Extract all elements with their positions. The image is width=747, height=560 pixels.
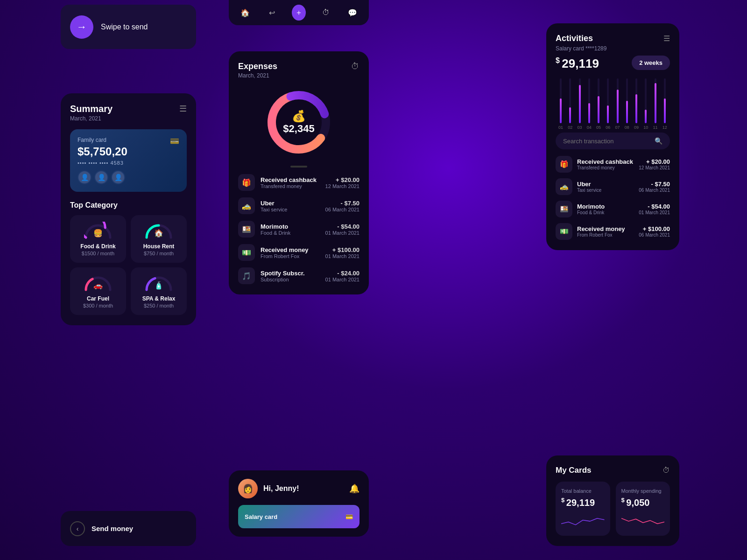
hi-jenny-text: Hi, Jenny! [263, 484, 299, 493]
avatar-2: 👤 [94, 170, 108, 184]
bar-track [569, 78, 571, 123]
bar-column: 09 [633, 78, 640, 130]
summary-menu-icon[interactable]: ☰ [179, 104, 187, 114]
act-tx-amount: - $7.50 [639, 181, 670, 188]
bar-track [607, 78, 609, 123]
cat-name: House Rent [143, 243, 175, 250]
tx-info: Uber Taxi service [261, 200, 320, 212]
tx-sub: Transfered money [261, 183, 320, 189]
activities-card-label: Salary card ****1289 [556, 45, 670, 52]
top-category-title: Top Category [70, 201, 187, 210]
expenses-title: Expenses [238, 62, 277, 71]
tx-icon: 🍱 [238, 221, 255, 238]
bar-label: 02 [568, 125, 572, 130]
bar-column: 08 [624, 78, 630, 130]
category-item: 🍔 Food & Drink $1500 / month [70, 215, 126, 263]
tx-name: Uber [261, 200, 320, 207]
cat-arc-food-&-drink: 🍔 [84, 222, 112, 239]
bar-chart: 01 02 03 04 05 06 07 08 [556, 78, 670, 130]
salary-card-preview[interactable]: Salary card 💳 [238, 505, 359, 528]
act-tx-name: Received cashback [577, 158, 634, 165]
cat-arc-car-fuel: 🚗 [84, 274, 112, 292]
activities-tx-item: 💵 Received money From Robert Fox + $100.… [556, 223, 670, 240]
arrow-right-icon: → [77, 21, 87, 33]
tx-info: Received money From Robert Fox [261, 246, 320, 259]
avatar-1: 👤 [78, 170, 92, 184]
act-tx-amount: - $54.00 [639, 203, 670, 210]
act-tx-sub: From Robert Fox [577, 232, 634, 238]
bar-label: 04 [587, 125, 592, 130]
tx-info: Spotify Subscr. Subscription [261, 270, 320, 282]
bar-label: 03 [578, 125, 582, 130]
tx-icon: 🚕 [238, 197, 255, 214]
act-tx-date: 01 March 2021 [639, 210, 670, 215]
act-tx-sub: Transfered money [577, 165, 634, 170]
monthly-spending-label: Monthly spending [621, 488, 665, 494]
activities-transaction-list: 🎁 Received cashback Transfered money + $… [556, 156, 670, 240]
summary-card: Summary March, 2021 ☰ 💳 Family card $5,7… [61, 93, 196, 325]
tx-name: Received money [261, 246, 320, 253]
total-balance-chart [561, 513, 605, 529]
cat-name: Car Fuel [87, 295, 109, 302]
family-card: 💳 Family card $5,750,20 •••• •••• •••• 4… [70, 129, 187, 192]
my-cards-icon[interactable]: ⏱ [662, 466, 670, 475]
tx-amount: - $54.00 [325, 223, 359, 230]
bar-column: 03 [577, 78, 583, 130]
svg-text:🧴: 🧴 [154, 281, 163, 290]
nav-transfer-icon[interactable]: ↩ [265, 5, 279, 21]
cat-amount: $1500 / month [82, 251, 114, 256]
act-tx-sub: Food & Drink [577, 210, 634, 215]
family-card-label: Family card [78, 137, 179, 143]
transaction-item: 🚕 Uber Taxi service - $7.50 06 March 202… [238, 197, 359, 214]
bar-column: 02 [567, 78, 573, 130]
act-tx-name: Received money [577, 225, 634, 232]
salary-card-label: Salary card [245, 513, 277, 520]
bar-fill [645, 110, 647, 123]
swipe-to-send-card: → Swipe to send [61, 5, 196, 49]
cat-name: Food & Drink [80, 243, 115, 250]
search-transaction-input[interactable] [563, 138, 650, 145]
bar-column: 06 [605, 78, 611, 130]
nav-home-icon[interactable]: 🏠 [238, 5, 252, 21]
bar-label: 12 [662, 125, 667, 130]
activities-menu-icon[interactable]: ☰ [663, 34, 670, 43]
tx-sub: Food & Drink [261, 230, 320, 236]
transaction-item: 🎵 Spotify Subscr. Subscription - $24.00 … [238, 267, 359, 284]
tx-amount: + $100.00 [325, 246, 359, 253]
bar-label: 08 [625, 125, 629, 130]
bell-icon[interactable]: 🔔 [349, 483, 359, 494]
bar-fill [569, 107, 571, 123]
nav-add-icon[interactable]: ＋ [292, 5, 306, 21]
tx-right: - $24.00 01 March 2021 [325, 270, 359, 282]
weeks-button[interactable]: 2 weeks [632, 56, 670, 70]
bar-fill [588, 103, 590, 123]
tx-date: 01 March 2021 [325, 253, 359, 259]
bar-track [617, 78, 619, 123]
summary-subtitle: March, 2021 [70, 115, 113, 122]
monthly-spending-amount: $ 9,050 [621, 497, 665, 508]
mid-nav: 🏠 ↩ ＋ ⏱ 💬 [229, 0, 369, 25]
category-item: 🚗 Car Fuel $300 / month [70, 267, 126, 315]
back-button[interactable]: ‹ [70, 521, 85, 536]
swipe-button[interactable]: → [70, 15, 93, 39]
cat-name: SPA & Relax [142, 295, 176, 302]
cat-arc-spa-&-relax: 🧴 [145, 274, 173, 292]
activities-tx-item: 🚕 Uber Taxi service - $7.50 06 March 202… [556, 178, 670, 195]
bar-column: 05 [595, 78, 602, 130]
nav-timer-icon[interactable]: ⏱ [319, 5, 333, 21]
expenses-settings-icon[interactable]: ⏱ [351, 62, 359, 71]
svg-text:🏠: 🏠 [154, 229, 163, 238]
tx-name: Morimoto [261, 223, 320, 230]
hi-jenny-card: 👩 Hi, Jenny! 🔔 Salary card 💳 [229, 470, 369, 537]
nav-chat-icon[interactable]: 💬 [345, 5, 359, 21]
search-icon: 🔍 [655, 137, 662, 145]
act-tx-right: + $20.00 12 March 2021 [639, 158, 670, 170]
act-tx-name: Uber [577, 181, 634, 188]
avatar-3: 👤 [111, 170, 125, 184]
bar-label: 11 [653, 125, 658, 130]
bar-fill [617, 90, 619, 123]
act-tx-right: + $100.00 06 March 2021 [639, 225, 670, 238]
tx-date: 01 March 2021 [325, 230, 359, 236]
tx-right: - $7.50 06 March 2021 [325, 200, 359, 212]
bar-label: 05 [596, 125, 601, 130]
